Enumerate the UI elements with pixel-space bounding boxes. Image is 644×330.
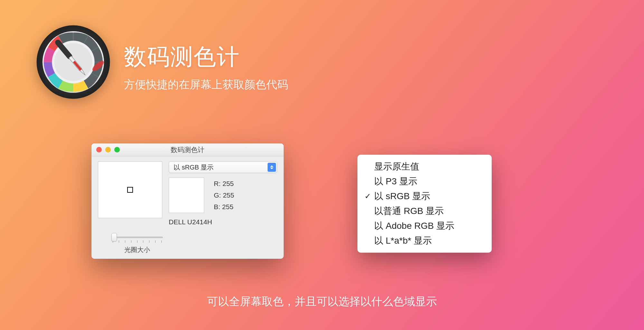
close-button[interactable] — [96, 147, 102, 152]
g-label: G: — [214, 189, 221, 201]
menu-item-label: 以 P3 显示 — [374, 175, 417, 188]
dropdown-selected-label: 以 sRGB 显示 — [174, 163, 213, 172]
b-label: B: — [214, 201, 220, 213]
menu-item-label: 以 L*a*b* 显示 — [374, 235, 432, 247]
hero-title: 数码测色计 — [124, 42, 288, 72]
colorspace-dropdown[interactable]: 以 sRGB 显示 — [169, 161, 277, 173]
magnifier-view — [98, 161, 162, 218]
menu-item-label: 以普通 RGB 显示 — [374, 205, 444, 217]
slider-label: 光圈大小 — [111, 246, 163, 254]
g-value: 255 — [223, 189, 234, 201]
rgb-values: R:255 G:255 B:255 — [214, 178, 234, 212]
app-icon — [34, 23, 113, 102]
dropdown-arrows-icon — [268, 163, 276, 172]
window-title: 数码测色计 — [91, 145, 284, 154]
hero-text: 数码测色计 方便快捷的在屏幕上获取颜色代码 — [124, 32, 288, 92]
menu-item-generic-rgb[interactable]: 以普通 RGB 显示 — [357, 204, 492, 218]
check-icon: ✓ — [365, 192, 374, 201]
magnifier-column — [98, 161, 162, 226]
caption-text: 可以全屏幕取色，并且可以选择以什么色域显示 — [0, 294, 644, 309]
monitor-name: DELL U2414H — [169, 218, 277, 226]
app-window: 数码测色计 以 sRGB 显示 R:255 G:255 B:255 — [91, 143, 284, 259]
titlebar[interactable]: 数码测色计 — [91, 143, 284, 156]
r-label: R: — [214, 178, 221, 189]
colorspace-menu: 显示原生值 以 P3 显示 ✓ 以 sRGB 显示 以普通 RGB 显示 以 A… — [357, 155, 492, 253]
b-value: 255 — [222, 201, 233, 213]
menu-item-lab[interactable]: 以 L*a*b* 显示 — [357, 233, 492, 248]
details-column: 以 sRGB 显示 R:255 G:255 B:255 DELL U2414H — [169, 161, 277, 226]
menu-item-label: 以 sRGB 显示 — [374, 190, 430, 202]
menu-item-native[interactable]: 显示原生值 — [357, 159, 492, 174]
slider-ticks — [113, 240, 162, 243]
r-value: 255 — [223, 178, 234, 189]
menu-item-label: 以 Adobe RGB 显示 — [374, 220, 454, 232]
color-swatch — [169, 178, 204, 213]
menu-item-p3[interactable]: 以 P3 显示 — [357, 174, 492, 189]
color-readout: R:255 G:255 B:255 — [169, 178, 277, 213]
hero-section: 数码测色计 方便快捷的在屏幕上获取颜色代码 — [34, 23, 288, 102]
sample-indicator-icon — [127, 187, 133, 193]
aperture-slider[interactable] — [111, 233, 163, 241]
minimize-button[interactable] — [105, 147, 111, 152]
zoom-button[interactable] — [114, 147, 120, 152]
aperture-slider-area: 光圈大小 — [111, 233, 163, 254]
menu-item-srgb[interactable]: ✓ 以 sRGB 显示 — [357, 189, 492, 204]
traffic-lights — [96, 147, 120, 152]
menu-item-adobe-rgb[interactable]: 以 Adobe RGB 显示 — [357, 218, 492, 233]
window-body: 以 sRGB 显示 R:255 G:255 B:255 DELL U2414H — [91, 156, 284, 230]
slider-track — [111, 237, 163, 238]
slider-knob[interactable] — [111, 233, 117, 241]
menu-item-label: 显示原生值 — [374, 160, 419, 173]
hero-subtitle: 方便快捷的在屏幕上获取颜色代码 — [124, 77, 288, 92]
